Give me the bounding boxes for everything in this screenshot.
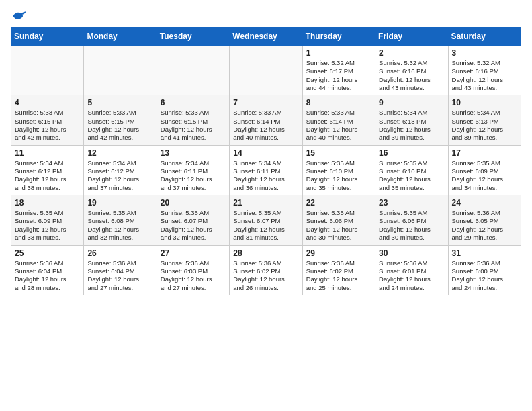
day-number: 9 [379, 98, 444, 107]
day-info-line: Daylight: 12 hours [452, 126, 517, 134]
calendar-week-row: 1Sunrise: 5:32 AMSunset: 6:17 PMDaylight… [11, 46, 521, 95]
calendar-day-cell: 9Sunrise: 5:34 AMSunset: 6:13 PMDaylight… [375, 95, 448, 145]
day-number: 7 [233, 98, 298, 107]
day-info-line: and 29 minutes. [452, 234, 517, 242]
day-info-line: Sunrise: 5:34 AM [452, 109, 517, 117]
day-info-line: Sunset: 6:06 PM [379, 217, 444, 225]
day-info-line: Daylight: 12 hours [306, 126, 371, 134]
day-info-line: Sunset: 6:01 PM [379, 267, 444, 275]
day-info-line: Daylight: 12 hours [15, 126, 80, 134]
day-info-line: and 28 minutes. [15, 284, 80, 292]
day-info-line: Daylight: 12 hours [15, 175, 80, 183]
day-info-line: Daylight: 12 hours [379, 275, 444, 283]
calendar-day-cell: 3Sunrise: 5:32 AMSunset: 6:16 PMDaylight… [448, 46, 521, 95]
day-info-line: Sunset: 6:08 PM [87, 217, 152, 225]
calendar-day-cell: 1Sunrise: 5:32 AMSunset: 6:17 PMDaylight… [302, 46, 375, 95]
day-info-line: Daylight: 12 hours [161, 226, 226, 234]
day-number: 22 [306, 198, 371, 208]
day-info-line: Daylight: 12 hours [233, 126, 298, 134]
day-info-line: Daylight: 12 hours [306, 226, 371, 234]
day-info-line: Sunrise: 5:35 AM [379, 159, 444, 167]
day-info-line: Sunset: 6:07 PM [161, 217, 226, 225]
logo [11, 11, 26, 19]
calendar-week-row: 25Sunrise: 5:36 AMSunset: 6:04 PMDayligh… [11, 245, 521, 295]
day-info-line: Daylight: 12 hours [452, 175, 517, 183]
day-number: 25 [15, 248, 80, 258]
day-info-line: Sunset: 6:02 PM [306, 267, 371, 275]
calendar-day-cell: 17Sunrise: 5:35 AMSunset: 6:09 PMDayligh… [448, 145, 521, 195]
day-info-line: Sunset: 6:00 PM [452, 267, 517, 275]
day-info-line: Daylight: 12 hours [233, 175, 298, 183]
day-info-line: Daylight: 12 hours [233, 275, 298, 283]
calendar-day-cell: 24Sunrise: 5:36 AMSunset: 6:05 PMDayligh… [448, 195, 521, 245]
calendar-day-cell: 28Sunrise: 5:36 AMSunset: 6:02 PMDayligh… [230, 245, 302, 295]
day-info-line: and 32 minutes. [161, 234, 226, 242]
day-number: 6 [161, 98, 226, 107]
day-info-line: and 24 minutes. [452, 284, 517, 292]
calendar-day-cell: 11Sunrise: 5:34 AMSunset: 6:12 PMDayligh… [11, 145, 84, 195]
day-info-line: and 43 minutes. [379, 84, 444, 92]
weekday-header-monday: Monday [84, 28, 157, 46]
calendar-table: SundayMondayTuesdayWednesdayThursdayFrid… [11, 27, 521, 295]
calendar-day-cell: 30Sunrise: 5:36 AMSunset: 6:01 PMDayligh… [375, 245, 448, 295]
day-number: 30 [379, 248, 444, 258]
day-info-line: Daylight: 12 hours [306, 175, 371, 183]
day-info-line: Sunset: 6:07 PM [233, 217, 298, 225]
day-info-line: Sunrise: 5:36 AM [87, 259, 152, 267]
day-info-line: Daylight: 12 hours [452, 275, 517, 283]
day-info-line: Daylight: 12 hours [379, 226, 444, 234]
day-number: 11 [15, 148, 80, 158]
day-info-line: Daylight: 12 hours [87, 275, 152, 283]
calendar-day-cell: 22Sunrise: 5:35 AMSunset: 6:06 PMDayligh… [302, 195, 375, 245]
day-info-line: and 41 minutes. [161, 134, 226, 142]
weekday-header-wednesday: Wednesday [230, 28, 302, 46]
day-info-line: Daylight: 12 hours [379, 76, 444, 84]
calendar-week-row: 18Sunrise: 5:35 AMSunset: 6:09 PMDayligh… [11, 195, 521, 245]
calendar-day-cell [11, 46, 84, 95]
day-number: 29 [306, 248, 371, 258]
weekday-header-saturday: Saturday [448, 28, 521, 46]
day-info-line: Sunset: 6:13 PM [379, 118, 444, 126]
calendar-day-cell: 12Sunrise: 5:34 AMSunset: 6:12 PMDayligh… [84, 145, 157, 195]
day-info-line: Sunrise: 5:36 AM [306, 259, 371, 267]
day-number: 14 [233, 148, 298, 158]
day-number: 28 [233, 248, 298, 258]
day-number: 13 [161, 148, 226, 158]
day-info-line: Sunset: 6:10 PM [306, 167, 371, 175]
day-info-line: and 30 minutes. [379, 234, 444, 242]
calendar-day-cell: 18Sunrise: 5:35 AMSunset: 6:09 PMDayligh… [11, 195, 84, 245]
day-info-line: Sunrise: 5:33 AM [306, 109, 371, 117]
day-info-line: Sunrise: 5:35 AM [306, 159, 371, 167]
calendar-day-cell [84, 46, 157, 95]
day-info-line: Daylight: 12 hours [306, 275, 371, 283]
day-info-line: and 35 minutes. [379, 184, 444, 192]
day-info-line: Sunrise: 5:33 AM [15, 109, 80, 117]
day-info-line: Sunrise: 5:32 AM [306, 59, 371, 67]
day-info-line: and 30 minutes. [306, 234, 371, 242]
day-info-line: Sunset: 6:05 PM [452, 217, 517, 225]
day-number: 24 [452, 198, 517, 208]
day-info-line: Daylight: 12 hours [87, 175, 152, 183]
day-info-line: Sunset: 6:12 PM [15, 167, 80, 175]
day-info-line: Sunrise: 5:35 AM [15, 209, 80, 217]
day-info-line: Sunset: 6:10 PM [379, 167, 444, 175]
day-info-line: Sunrise: 5:35 AM [233, 209, 298, 217]
day-info-line: Sunset: 6:09 PM [15, 217, 80, 225]
day-info-line: and 40 minutes. [306, 134, 371, 142]
calendar-day-cell: 8Sunrise: 5:33 AMSunset: 6:14 PMDaylight… [302, 95, 375, 145]
calendar-day-cell: 23Sunrise: 5:35 AMSunset: 6:06 PMDayligh… [375, 195, 448, 245]
calendar-day-cell: 10Sunrise: 5:34 AMSunset: 6:13 PMDayligh… [448, 95, 521, 145]
day-number: 19 [87, 198, 152, 208]
day-number: 8 [306, 98, 371, 107]
weekday-header-row: SundayMondayTuesdayWednesdayThursdayFrid… [11, 28, 521, 46]
day-info-line: Sunrise: 5:35 AM [306, 209, 371, 217]
day-number: 5 [87, 98, 152, 107]
day-info-line: Sunrise: 5:32 AM [452, 59, 517, 67]
day-info-line: Daylight: 12 hours [379, 175, 444, 183]
day-info-line: and 42 minutes. [87, 134, 152, 142]
day-info-line: Sunrise: 5:33 AM [233, 109, 298, 117]
weekday-header-thursday: Thursday [302, 28, 375, 46]
day-number: 23 [379, 198, 444, 208]
day-info-line: Daylight: 12 hours [15, 275, 80, 283]
weekday-header-friday: Friday [375, 28, 448, 46]
